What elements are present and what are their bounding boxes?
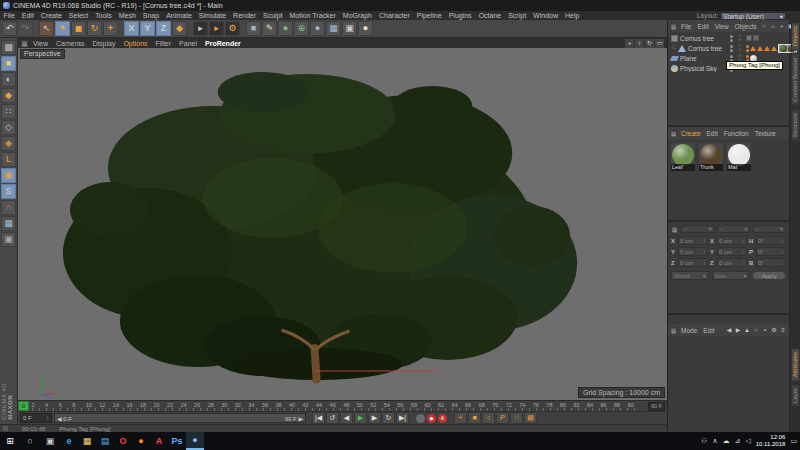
render-view-icon[interactable]: ▸ — [193, 21, 208, 36]
play-button[interactable]: ▶ — [354, 412, 367, 424]
goto-start-button[interactable]: |◀ — [312, 412, 325, 424]
primitive-cube-icon[interactable]: ■ — [246, 21, 261, 36]
viewport[interactable]: Perspective — [18, 48, 667, 400]
edges-mode-icon[interactable]: ◇ — [1, 120, 16, 135]
taskbar-store-icon[interactable]: ▤ — [96, 432, 114, 450]
key-rotation-icon[interactable]: ○ — [482, 412, 495, 424]
phong-tag-icon[interactable] — [746, 35, 752, 41]
panel-icon[interactable]: ▤ — [670, 23, 677, 30]
key-pla-icon[interactable]: ∷ — [510, 412, 523, 424]
toolbar-separator[interactable] — [188, 21, 192, 36]
om-menu-item[interactable]: Edit — [694, 23, 711, 30]
menu-item[interactable]: Octane — [475, 12, 505, 19]
key-scale-icon[interactable]: ■ — [468, 412, 481, 424]
tray-volume-icon[interactable]: ◁ — [745, 437, 750, 445]
taskbar-photoshop-icon[interactable]: Ps — [168, 432, 186, 450]
taskbar-clock[interactable]: 12:06 10.11.2018 — [756, 434, 786, 448]
x-axis-lock-icon[interactable]: X — [124, 21, 139, 36]
toolbar-separator[interactable] — [34, 21, 38, 36]
cortana-button[interactable]: ○ — [20, 432, 40, 450]
last-tool-icon[interactable]: + — [103, 21, 118, 36]
menu-item[interactable]: File — [0, 12, 18, 19]
material-trunk[interactable]: Trunk — [698, 142, 724, 172]
side-tab[interactable]: Structure — [791, 109, 800, 141]
am-menu-item[interactable]: Edit — [700, 327, 717, 334]
menu-item[interactable]: Script — [505, 12, 530, 19]
menu-item[interactable]: Animate — [163, 12, 196, 19]
enable-checks[interactable]: ✓✓ — [737, 34, 743, 42]
taskbar-acrobat-icon[interactable]: A — [150, 432, 168, 450]
task-view-button[interactable]: ▣ — [40, 432, 60, 450]
texture-mode-icon[interactable]: ◐ — [1, 72, 16, 87]
tray-hidden-icons[interactable]: ∧ — [712, 437, 717, 445]
workplane-mode-icon[interactable]: ◆ — [1, 88, 16, 103]
compositing-tag-icon[interactable] — [753, 35, 759, 41]
make-editable-icon[interactable]: ▩ — [1, 40, 16, 55]
start-button[interactable]: ⊞ — [0, 432, 20, 450]
tray-onedrive-icon[interactable]: ☁ — [723, 437, 730, 445]
subdivision-surface-icon[interactable]: ● — [278, 21, 293, 36]
material-menu-item[interactable]: Edit — [704, 130, 721, 137]
magnet-icon[interactable]: ∩ — [1, 200, 16, 215]
om-path-icon[interactable]: + — [778, 22, 786, 30]
leaf-texture-tag-icon[interactable] — [780, 45, 787, 52]
coord-field[interactable]: 0 cm↕ — [717, 258, 747, 267]
floor-icon[interactable]: ▦ — [326, 21, 341, 36]
om-menu-item[interactable]: View — [712, 23, 732, 30]
viewport-pan-icon[interactable]: + — [625, 39, 634, 48]
menu-item[interactable]: Window — [530, 12, 562, 19]
taskbar-explorer-icon[interactable]: ▦ — [78, 432, 96, 450]
menu-item[interactable]: Select — [65, 12, 91, 19]
taskbar-edge-icon[interactable]: e — [60, 432, 78, 450]
key-position-icon[interactable]: + — [454, 412, 467, 424]
viewport-rotate-icon[interactable]: ↻ — [645, 39, 654, 48]
menu-item[interactable]: Plugins — [445, 12, 475, 19]
menu-item[interactable]: Render — [230, 12, 260, 19]
render-picture-viewer-icon[interactable]: ▸ — [209, 21, 224, 36]
key-parameter-icon[interactable]: P — [496, 412, 509, 424]
am-gear-icon[interactable]: ⚙ — [770, 326, 778, 334]
viewport-menu-item[interactable]: Panel — [175, 40, 201, 47]
apply-button[interactable]: Apply — [752, 271, 786, 280]
timeline-ruler[interactable]: 0246810121416182022242628303234363840424… — [18, 400, 667, 411]
tray-people-icon[interactable]: ⚇ — [701, 437, 707, 445]
menu-item[interactable]: Snap — [139, 12, 162, 19]
prev-key-button[interactable]: ↺ — [326, 412, 339, 424]
coord-column-header[interactable]: –▾ — [681, 225, 715, 233]
polygon-selection-tag-icon[interactable] — [750, 46, 756, 51]
render-settings-icon[interactable]: ⚙ — [225, 21, 240, 36]
viewport-menu-item[interactable]: Cameras — [52, 40, 88, 47]
coord-field[interactable]: 0 cm↕ — [717, 236, 747, 245]
record-objects-button[interactable]: ◆ — [427, 414, 436, 423]
spline-pen-icon[interactable]: ✎ — [262, 21, 277, 36]
timeline-window-icon[interactable]: ▤ — [524, 412, 537, 424]
coord-field[interactable]: 0 cm↕ — [717, 247, 747, 256]
snap-toggle-icon[interactable]: S — [1, 184, 16, 199]
polygon-selection-tag-icon[interactable] — [771, 46, 777, 51]
side-tab[interactable]: Content Browser — [791, 53, 800, 106]
enable-axis-icon[interactable]: L — [1, 152, 16, 167]
layout-dropdown[interactable]: Startup (User)▾ — [720, 12, 786, 20]
model-mode-icon[interactable]: ■ — [1, 56, 16, 71]
material-leaf[interactable]: Leaf — [670, 142, 696, 172]
spline-primitive-icon[interactable]: ● — [310, 21, 325, 36]
object-row-cornus-tree[interactable]: Cornus tree ✓✓ — [668, 33, 789, 43]
object-row-cornus-tree-child[interactable]: └ Cornus tree ✓✓ — [668, 43, 789, 53]
material-menu-item[interactable]: Create — [678, 130, 704, 137]
panel-icon[interactable]: ▤ — [670, 130, 677, 137]
am-menu-item[interactable]: Mode — [678, 327, 700, 334]
coord-field[interactable]: 0°↕ — [756, 258, 786, 267]
viewport-panel-icon[interactable]: ▤ — [21, 40, 28, 47]
side-tab[interactable]: Attributes — [791, 348, 800, 381]
am-search-icon[interactable]: ○ — [752, 326, 760, 334]
panel-icon[interactable]: ▤ — [671, 226, 678, 233]
next-key-button[interactable]: ↻ — [382, 412, 395, 424]
goto-end-button[interactable]: ▶| — [396, 412, 409, 424]
coordinate-system-icon[interactable]: ◆ — [172, 21, 187, 36]
coord-size-dropdown[interactable]: Size▾ — [712, 271, 750, 280]
polygons-mode-icon[interactable]: ◆ — [1, 136, 16, 151]
playhead[interactable]: 0 — [18, 401, 29, 411]
tray-network-icon[interactable]: ⊿ — [735, 437, 741, 445]
coord-column-header[interactable]: –▾ — [717, 225, 751, 233]
camera-icon[interactable]: ▣ — [342, 21, 357, 36]
